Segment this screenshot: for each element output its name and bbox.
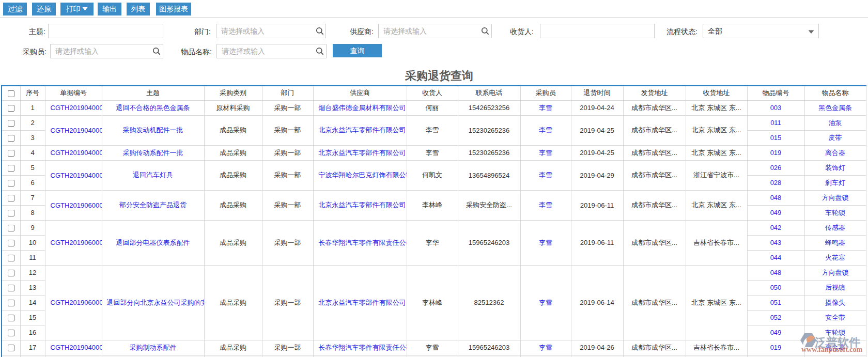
svg-text:www.fanpusoft.com: www.fanpusoft.com: [801, 346, 863, 353]
